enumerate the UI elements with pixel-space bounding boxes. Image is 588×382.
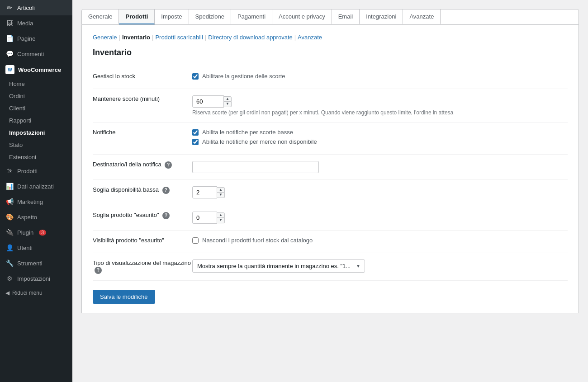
plugin-badge: 3 xyxy=(39,230,46,236)
sidebar-item-impostazioni[interactable]: Impostazioni xyxy=(0,127,72,139)
sidebar-item-stato[interactable]: Stato xyxy=(0,139,72,151)
sidebar-item-prodotti[interactable]: 🛍 Prodotti xyxy=(0,163,72,179)
reduce-menu-label: Riduci menu xyxy=(12,290,43,296)
spinner-buttons-mantenere: ▲ ▼ xyxy=(223,96,232,107)
tab-pagamenti[interactable]: Pagamenti xyxy=(231,9,272,24)
sidebar-item-impostazioni-wp[interactable]: ⚙ Impostazioni xyxy=(0,271,72,286)
label-notifiche: Notifiche xyxy=(93,123,192,155)
label-tipo-visualizzazione: Tipo di visualizzazione del magazzino ? xyxy=(93,253,192,281)
subnav-avanzate[interactable]: Avanzate xyxy=(298,34,322,41)
input-soglia-bassa[interactable] xyxy=(192,186,217,198)
sep1: | xyxy=(119,34,120,41)
tab-email[interactable]: Email xyxy=(332,9,360,24)
label-destinatario: Destinatario/i della notifica ? xyxy=(93,155,192,180)
checkbox-visibilita-esaurito[interactable] xyxy=(192,237,199,244)
label-soglia-esaurito: Soglia prodotto "esaurito" ? xyxy=(93,205,192,231)
analytics-icon: 📊 xyxy=(5,182,14,190)
save-button[interactable]: Salva le modifiche xyxy=(93,290,155,304)
input-mantenere-scorte[interactable] xyxy=(192,95,224,108)
subnav-directory-download[interactable]: Directory di download approvate xyxy=(208,34,292,41)
sidebar-item-label: Articoli xyxy=(17,5,35,11)
tab-spedizione[interactable]: Spedizione xyxy=(189,9,231,24)
comment-icon: 💬 xyxy=(5,50,14,58)
spinner-down-mantenere[interactable]: ▼ xyxy=(223,102,232,107)
checkbox-row-notifiche-2: Abilita le notifiche per merce non dispo… xyxy=(192,138,568,145)
spinner-up-soglia-esaurito[interactable]: ▲ xyxy=(217,212,225,218)
help-icon-soglia-esaurito[interactable]: ? xyxy=(162,212,170,219)
spinner-up-mantenere[interactable]: ▲ xyxy=(223,96,232,102)
sidebar-item-plugin[interactable]: 🔌 Plugin 3 xyxy=(0,225,72,240)
tab-prodotti[interactable]: Prodotti xyxy=(119,9,155,24)
marketing-icon: 📢 xyxy=(5,198,14,206)
spinner-up-soglia-bassa[interactable]: ▲ xyxy=(217,187,225,193)
control-gestisci-stock: Abilitare la gestione delle scorte xyxy=(192,66,568,89)
sidebar-item-pagine[interactable]: 📄 Pagine xyxy=(0,31,72,46)
row-visibilita-esaurito: Visibilità prodotto "esaurito" Nascondi … xyxy=(93,231,568,253)
sidebar-item-strumenti[interactable]: 🔧 Strumenti xyxy=(0,255,72,271)
sidebar-item-media[interactable]: 🖼 Media xyxy=(0,15,72,31)
control-destinatario xyxy=(192,155,568,180)
tab-generale[interactable]: Generale xyxy=(82,9,119,24)
select-tipo-visualizzazione[interactable]: Mostra sempre la quantità rimanente in m… xyxy=(192,259,365,273)
input-soglia-esaurito[interactable] xyxy=(192,212,217,224)
sidebar-item-clienti[interactable]: Clienti xyxy=(0,102,72,114)
settings-icon: ⚙ xyxy=(5,274,14,283)
checkbox-row-notifiche-1: Abilita le notifiche per scorte basse xyxy=(192,129,568,136)
sidebar-item-utenti[interactable]: 👤 Utenti xyxy=(0,240,72,255)
label-gestisci-stock: Gestisci lo stock xyxy=(93,66,192,89)
page-title: Inventario xyxy=(93,48,568,57)
sidebar-item-estensioni[interactable]: Estensioni xyxy=(0,151,72,163)
sidebar-item-label: Utenti xyxy=(17,245,33,251)
prodotti-icon: 🛍 xyxy=(5,167,14,175)
control-tipo-visualizzazione: Mostra sempre la quantità rimanente in m… xyxy=(192,253,568,281)
spinner-down-soglia-bassa[interactable]: ▼ xyxy=(217,193,225,198)
control-notifiche: Abilita le notifiche per scorte basse Ab… xyxy=(192,123,568,155)
checkbox-row-visibilita: Nascondi i prodotti fuori stock dal cata… xyxy=(192,237,568,244)
tab-imposte[interactable]: Imposte xyxy=(155,9,189,24)
spinner-buttons-soglia-esaurito: ▲ ▼ xyxy=(217,212,225,223)
checkbox-gestisci-stock[interactable] xyxy=(192,73,199,80)
help-text-mantenere: Riserva scorte (per gli ordini non pagat… xyxy=(192,109,455,116)
sub-nav: Generale | Inventario | Prodotti scarica… xyxy=(93,34,568,41)
sidebar-item-marketing[interactable]: 📢 Marketing xyxy=(0,194,72,209)
sidebar-item-dati-analizzati[interactable]: 📊 Dati analizzati xyxy=(0,179,72,194)
control-visibilita-esaurito: Nascondi i prodotti fuori stock dal cata… xyxy=(192,231,568,253)
spinner-buttons-soglia-bassa: ▲ ▼ xyxy=(217,187,225,198)
tab-account-privacy[interactable]: Account e privacy xyxy=(272,9,332,24)
tab-integrazioni[interactable]: Integrazioni xyxy=(360,9,403,24)
help-icon-soglia-bassa[interactable]: ? xyxy=(162,187,170,194)
plugin-icon: 🔌 xyxy=(5,228,14,236)
sep3: | xyxy=(205,34,206,41)
sidebar: ✏ Articoli 🖼 Media 📄 Pagine 💬 Commenti W… xyxy=(0,0,72,382)
subnav-inventario[interactable]: Inventario xyxy=(122,34,150,41)
sep2: | xyxy=(152,34,153,41)
sidebar-item-label: Strumenti xyxy=(17,260,43,267)
row-destinatario: Destinatario/i della notifica ? xyxy=(93,155,568,180)
sidebar-item-articoli[interactable]: ✏ Articoli xyxy=(0,0,72,15)
checkbox-notifiche-non-disponibile[interactable] xyxy=(192,139,199,145)
label-mantenere-scorte: Mantenere scorte (minuti) xyxy=(93,89,192,123)
subnav-generale[interactable]: Generale xyxy=(93,34,117,41)
sidebar-item-rapporti[interactable]: Rapporti xyxy=(0,114,72,127)
tab-avanzate[interactable]: Avanzate xyxy=(403,9,441,24)
help-icon-destinatario[interactable]: ? xyxy=(165,161,172,169)
media-icon: 🖼 xyxy=(5,19,14,27)
woocommerce-header[interactable]: W WooCommerce xyxy=(0,61,72,78)
checkbox-label-visibilita: Nascondi i prodotti fuori stock dal cata… xyxy=(202,237,313,244)
sidebar-item-commenti[interactable]: 💬 Commenti xyxy=(0,46,72,61)
spinner-soglia-esaurito: ▲ ▼ xyxy=(192,212,225,224)
woocommerce-submenu: Home Ordini Clienti Rapporti Impostazion… xyxy=(0,78,72,163)
sidebar-item-home[interactable]: Home xyxy=(0,78,72,90)
row-soglia-bassa: Soglia disponibilità bassa ? ▲ ▼ xyxy=(93,180,568,205)
tools-icon: 🔧 xyxy=(5,259,14,267)
sidebar-item-aspetto[interactable]: 🎨 Aspetto xyxy=(0,209,72,225)
settings-tabs: Generale Prodotti Imposte Spedizione Pag… xyxy=(81,9,579,25)
woo-logo: W xyxy=(5,65,14,74)
sidebar-item-ordini[interactable]: Ordini xyxy=(0,90,72,102)
input-destinatario[interactable] xyxy=(192,161,319,173)
help-icon-tipo-visualizzazione[interactable]: ? xyxy=(95,267,102,274)
checkbox-notifiche-basse[interactable] xyxy=(192,129,199,136)
spinner-down-soglia-esaurito[interactable]: ▼ xyxy=(217,218,225,223)
reduce-menu-button[interactable]: ◀ Riduci menu xyxy=(0,286,72,300)
subnav-prodotti-scaricabili[interactable]: Prodotti scaricabili xyxy=(155,34,203,41)
